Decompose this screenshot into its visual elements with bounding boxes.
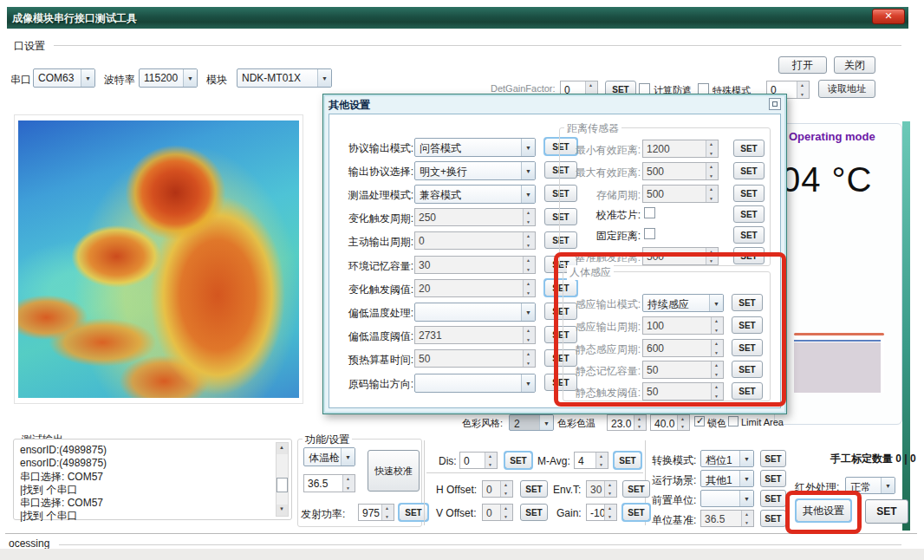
spinner-arrows-icon[interactable] xyxy=(711,383,723,400)
scroll-up-icon[interactable] xyxy=(277,443,288,454)
unit-base-stepper[interactable]: 36.5 xyxy=(700,510,754,527)
set-button[interactable]: SET xyxy=(520,480,548,498)
set-button[interactable]: SET xyxy=(865,499,908,524)
gain-stepper[interactable]: -10 xyxy=(586,504,617,521)
set-button[interactable]: SET xyxy=(732,382,763,400)
static-sensing-period-stepper[interactable]: 600 xyxy=(642,339,724,357)
spinner-arrows-icon[interactable] xyxy=(706,140,718,157)
set-button[interactable]: SET xyxy=(733,162,765,179)
spinner-arrows-icon[interactable] xyxy=(595,453,608,468)
storage-period-stepper[interactable]: 500 xyxy=(642,185,719,203)
open-port-button[interactable]: 打开 xyxy=(778,56,827,74)
mavg-stepper[interactable]: 4 xyxy=(574,452,608,469)
max-distance-stepper[interactable]: 500 xyxy=(642,162,719,180)
maximize-icon[interactable] xyxy=(769,98,781,110)
spinner-arrows-icon[interactable] xyxy=(604,505,616,520)
spinner-arrows-icon[interactable] xyxy=(523,209,535,225)
v-offset-stepper[interactable]: 0 xyxy=(482,504,513,521)
com-port-select[interactable]: COM63 xyxy=(33,68,95,88)
spinner-arrows-icon[interactable] xyxy=(342,475,355,492)
set-button[interactable]: SET xyxy=(622,480,650,498)
set-button[interactable]: SET xyxy=(732,339,763,356)
static-memory-stepper[interactable]: 50 xyxy=(642,361,724,379)
spinner-arrows-icon[interactable] xyxy=(500,505,512,520)
sensing-output-mode-select[interactable]: 持续感应 xyxy=(642,294,724,312)
set-button[interactable]: SET xyxy=(760,490,786,507)
calib-chip-checkbox[interactable] xyxy=(644,207,655,218)
low-temp-process-select[interactable] xyxy=(414,303,536,322)
spinner-arrows-icon[interactable] xyxy=(741,511,753,526)
set-button[interactable]: SET xyxy=(760,450,786,467)
baud-select[interactable]: 115200 xyxy=(139,68,198,88)
ir-process-select[interactable]: 正常 xyxy=(845,477,895,494)
spinner-arrows-icon[interactable] xyxy=(706,248,718,264)
scroll-thumb[interactable] xyxy=(277,478,288,492)
static-trigger-threshold-stepper[interactable]: 50 xyxy=(642,382,724,400)
active-output-period-stepper[interactable]: 0 xyxy=(414,231,536,250)
set-button[interactable]: SET xyxy=(732,316,763,334)
set-button[interactable]: SET xyxy=(733,247,765,264)
spinner-arrows-icon[interactable] xyxy=(523,327,535,343)
front-unit-select[interactable] xyxy=(700,490,754,507)
set-button[interactable]: SET xyxy=(504,452,532,469)
spinner-arrows-icon[interactable] xyxy=(523,350,535,367)
low-temp-threshold-stepper[interactable]: 2731 xyxy=(414,326,536,344)
spinner-arrows-icon[interactable] xyxy=(500,481,512,497)
quick-calibrate-button[interactable]: 快速校准 xyxy=(368,450,420,492)
spinner-arrows-icon[interactable] xyxy=(711,340,723,356)
change-trigger-threshold-stepper[interactable]: 20 xyxy=(414,279,536,297)
temp-process-mode-select[interactable]: 兼容模式 xyxy=(414,185,536,204)
spinner-arrows-icon[interactable] xyxy=(523,232,535,249)
close-port-button[interactable]: 关闭 xyxy=(834,56,875,74)
set-button[interactable]: SET xyxy=(614,452,641,469)
limit-area-checkbox[interactable] xyxy=(728,416,739,427)
close-icon[interactable] xyxy=(872,9,905,24)
spinner-arrows-icon[interactable] xyxy=(706,186,718,202)
spinner-arrows-icon[interactable] xyxy=(711,361,723,378)
color-lock-checkbox[interactable] xyxy=(694,416,705,427)
output-protocol-select[interactable]: 明文+换行 xyxy=(414,161,536,180)
scroll-down-icon[interactable] xyxy=(277,505,288,516)
spinner-arrows-icon[interactable] xyxy=(797,81,809,98)
spinner-arrows-icon[interactable] xyxy=(604,481,616,497)
set-button[interactable]: SET xyxy=(732,294,763,311)
color-min-stepper[interactable]: 23.0 xyxy=(607,414,647,431)
spinner-arrows-icon[interactable] xyxy=(706,163,718,179)
set-button[interactable]: SET xyxy=(622,504,650,521)
convert-mode-select[interactable]: 档位1 xyxy=(700,450,754,467)
dis-stepper[interactable]: 0 xyxy=(459,452,498,469)
set-button[interactable]: SET xyxy=(760,470,786,487)
fixed-distance-checkbox[interactable] xyxy=(644,228,655,239)
other-settings-button[interactable]: 其他设置 xyxy=(796,499,851,522)
spinner-arrows-icon[interactable] xyxy=(634,415,646,430)
log-scrollbar[interactable] xyxy=(276,442,289,517)
base-temp-stepper[interactable]: 36.5 xyxy=(303,474,355,492)
color-style-select[interactable]: 2 xyxy=(509,414,554,431)
log-output[interactable]: ensorID:(4989875) ensorID:(4989875) 串口选择… xyxy=(13,439,292,520)
set-button[interactable]: SET xyxy=(733,205,765,223)
set-button[interactable]: SET xyxy=(733,140,765,157)
h-offset-stepper[interactable]: 0 xyxy=(482,480,513,498)
spinner-arrows-icon[interactable] xyxy=(711,317,723,334)
change-trigger-period-stepper[interactable]: 250 xyxy=(414,208,536,226)
spinner-arrows-icon[interactable] xyxy=(381,505,394,520)
env-memory-stepper[interactable]: 30 xyxy=(414,256,536,274)
color-max-stepper[interactable]: 40.0 xyxy=(650,414,690,431)
base-trigger-distance-stepper[interactable]: 500 xyxy=(642,247,719,265)
title-bar[interactable]: 成像模块串行接口测试工具 xyxy=(7,7,908,29)
run-scene-select[interactable]: 其他1 xyxy=(700,470,754,487)
set-button[interactable]: SET xyxy=(520,504,548,521)
measure-mode-select[interactable]: 体温枪 xyxy=(303,447,355,466)
spinner-arrows-icon[interactable] xyxy=(677,415,689,430)
module-select[interactable]: NDK-MT01X xyxy=(237,68,332,88)
raw-output-direction-select[interactable] xyxy=(414,374,536,393)
sensing-output-period-stepper[interactable]: 100 xyxy=(642,316,724,335)
spinner-arrows-icon[interactable] xyxy=(485,453,497,468)
read-address-button[interactable]: 读取地址 xyxy=(818,80,875,98)
spinner-arrows-icon[interactable] xyxy=(523,257,535,273)
protocol-output-mode-select[interactable]: 问答模式 xyxy=(414,138,536,157)
emissive-power-stepper[interactable]: 975 xyxy=(358,504,394,521)
min-distance-stepper[interactable]: 1200 xyxy=(642,140,719,158)
set-button[interactable]: SET xyxy=(732,361,763,378)
set-button[interactable]: SET xyxy=(760,510,786,527)
